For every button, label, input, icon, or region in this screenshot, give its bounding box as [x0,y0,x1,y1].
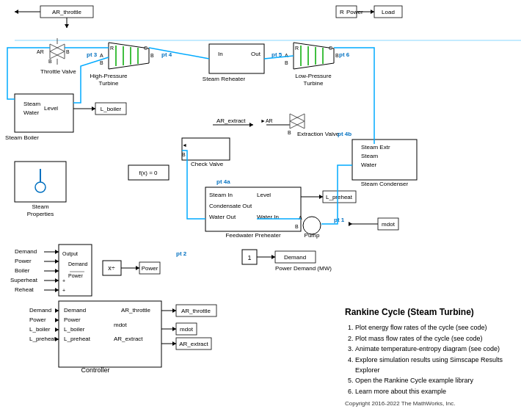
svg-text:Water: Water [23,109,39,116]
svg-text:AR: AR [37,49,44,54]
svg-text:Power Demand (MW): Power Demand (MW) [275,265,332,272]
svg-text:Low-Pressure: Low-Pressure [295,73,332,79]
svg-text:Demand: Demand [29,307,51,314]
svg-text:In: In [218,51,223,57]
svg-text:Power: Power [15,258,32,264]
svg-text:A: A [285,53,288,58]
svg-text:AR_throttle: AR_throttle [181,308,211,314]
svg-text:Extraction Valve: Extraction Valve [297,131,340,137]
svg-text:►AR: ►AR [260,118,273,123]
svg-text:Demand: Demand [284,254,306,261]
svg-text:pt 6: pt 6 [339,51,350,58]
svg-text:Boiler: Boiler [15,267,30,274]
svg-text:Load: Load [382,9,395,15]
svg-text:B: B [295,224,299,229]
svg-text:Steam Reheater: Steam Reheater [203,76,246,82]
svg-text:Controller: Controller [81,366,109,374]
svg-text:Demand: Demand [68,261,88,267]
info-item-3[interactable]: Animate temperature-entropy diagram (see… [355,344,514,354]
svg-text:AR_extract: AR_extract [114,336,143,342]
svg-text:mdot: mdot [114,322,128,328]
svg-text:A: A [299,215,302,220]
svg-text:Power: Power [68,273,84,278]
svg-text:f(x) = 0: f(x) = 0 [139,170,158,176]
svg-text:Power: Power [29,316,46,323]
info-item-5[interactable]: Open the Rankine Cycle example library [355,375,514,385]
svg-text:1: 1 [247,254,251,261]
svg-text:Water Out: Water Out [209,214,236,220]
svg-text:AR_extract: AR_extract [216,117,246,124]
svg-text:A: A [100,53,103,58]
info-item-1[interactable]: Plot energy flow rates of the cycle (see… [355,322,514,333]
svg-text:Output: Output [62,251,78,257]
svg-text:Turbine: Turbine [304,80,324,87]
svg-text:AR_throttle: AR_throttle [121,307,151,314]
svg-rect-37 [209,44,264,73]
info-item-4[interactable]: Explore simulation results using Simscap… [355,355,514,376]
svg-text:Reheat: Reheat [15,286,34,293]
info-item-6[interactable]: Learn more about this example [355,386,514,397]
svg-text:L_boiler: L_boiler [64,326,85,333]
svg-text:B: B [150,53,154,58]
svg-text:C: C [144,46,147,51]
svg-text:+: + [62,288,65,293]
svg-text:Turbine: Turbine [99,80,119,87]
svg-text:Steam: Steam [23,101,40,107]
svg-text:L_boiler: L_boiler [29,326,51,333]
svg-text:◄: ◄ [182,142,187,148]
svg-text:Steam In: Steam In [209,192,233,198]
svg-text:B: B [288,130,291,135]
svg-text:Properties: Properties [27,211,54,217]
svg-text:Steam: Steam [361,153,378,159]
svg-text:pt 3: pt 3 [87,51,98,58]
svg-text:Steam: Steam [32,203,48,210]
svg-text:B: B [100,60,103,65]
svg-text:R: R [110,46,114,51]
svg-text:Out: Out [251,51,261,57]
svg-text:Power: Power [142,265,159,272]
svg-text:L_preheat: L_preheat [326,194,353,200]
svg-text:pt 4b: pt 4b [338,131,351,137]
svg-text:Condensate Out: Condensate Out [209,203,252,209]
svg-text:Pump: Pump [305,232,320,239]
svg-text:R: R [340,9,344,15]
info-list: Plot energy flow rates of the cycle (see… [345,322,514,397]
svg-text:High-Pressure: High-Pressure [90,73,128,79]
svg-text:Demand: Demand [15,248,37,255]
svg-text:L_preheat: L_preheat [29,336,57,342]
svg-text:B: B [66,49,70,54]
svg-text:Steam Extr: Steam Extr [361,144,390,151]
svg-text:mdot: mdot [180,326,194,333]
svg-text:pt 2: pt 2 [176,250,187,257]
svg-text:pt 4a: pt 4a [216,178,230,185]
svg-text:Level: Level [44,105,58,112]
svg-rect-71 [182,138,230,160]
svg-text:Check Valve: Check Valve [191,161,224,167]
info-title: Rankine Cycle (Steam Turbine) [345,305,514,319]
svg-text:C: C [329,46,332,51]
svg-text:B: B [182,152,186,157]
svg-text:AR_throttle: AR_throttle [52,9,82,15]
svg-text:Water: Water [361,162,376,168]
copyright-text: Copyright 2016-2022 The MathWorks, Inc. [345,399,514,409]
svg-text:B: B [48,59,52,64]
svg-text:R: R [295,46,299,51]
svg-text:Feedwater Preheater: Feedwater Preheater [225,232,280,239]
svg-text:Steam Boiler: Steam Boiler [5,134,39,141]
info-item-2[interactable]: Plot mass flow rates of the cycle (see c… [355,333,514,344]
svg-text:Superheat: Superheat [10,277,38,283]
svg-text:B: B [285,60,288,65]
svg-text:Demand: Demand [64,307,86,314]
svg-text:Power: Power [64,316,81,323]
svg-text:pt 1: pt 1 [334,217,345,223]
svg-text:Steam Condenser: Steam Condenser [361,181,409,187]
diagram-container: AR_throttle R Power Load AR B B [0,0,521,420]
svg-text:L_boiler: L_boiler [101,106,122,112]
svg-text:pt 4: pt 4 [161,51,172,58]
svg-text:Level: Level [257,192,271,198]
svg-text:L_preheat: L_preheat [64,336,91,342]
svg-text:+: + [62,278,65,283]
svg-text:mdot: mdot [382,221,396,228]
svg-text:x÷: x÷ [108,264,115,272]
svg-text:AR_extract: AR_extract [179,341,208,347]
